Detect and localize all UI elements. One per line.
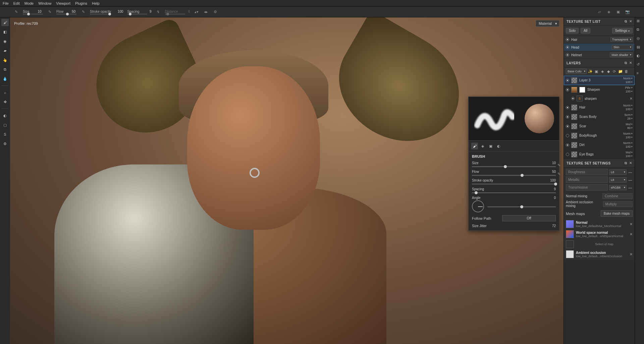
material-dropdown[interactable]: Material	[536, 20, 559, 27]
tool-iray[interactable]: ◐	[1, 112, 9, 119]
symmetry-x-icon[interactable]: ▴▾	[194, 9, 199, 15]
opt-spacing-value[interactable]: 9	[142, 10, 152, 13]
tool-zoom[interactable]: ⌕	[1, 89, 9, 96]
mesh-map-row[interactable]: Ambient occlusion low_low_default...mbie…	[566, 250, 633, 259]
menu-viewport[interactable]: Viewport	[56, 1, 70, 5]
add-mask-icon[interactable]: ▣	[594, 69, 599, 74]
layer-opacity[interactable]: 28	[627, 117, 631, 120]
layer-thumbnail[interactable]	[571, 87, 577, 93]
visibility-toggle[interactable]	[566, 53, 569, 57]
layer-row[interactable]: Layer 3 Norm▾ 100▾	[564, 76, 635, 85]
normal-mixing-value[interactable]: Combine	[602, 193, 633, 199]
visibility-toggle[interactable]	[566, 38, 569, 41]
layer-opacity[interactable]: 100	[626, 80, 631, 84]
texture-set-row[interactable]: Helmet Main shader	[564, 51, 635, 59]
brush-spacing-value[interactable]: 9	[554, 187, 556, 191]
layer-visibility-toggle[interactable]	[566, 88, 569, 91]
layer-row[interactable]: Dirt Norm▾ 100▾	[564, 140, 635, 150]
brush-tab-stencil-icon[interactable]: ▣	[487, 143, 494, 149]
brush-flow-value[interactable]: 50	[552, 170, 556, 174]
brush-angle-dial[interactable]	[472, 200, 484, 212]
layer-thumbnail[interactable]	[571, 133, 577, 139]
layer-name[interactable]: Eye Bags	[579, 152, 624, 156]
blend-mode[interactable]: Scrn	[624, 113, 631, 117]
blend-mode[interactable]: Mul	[626, 123, 631, 126]
brush-preset-icon[interactable]: ✎	[13, 9, 19, 15]
layer-visibility-toggle[interactable]	[566, 115, 569, 119]
blend-mode[interactable]: Pthr	[625, 86, 631, 89]
remove-effect-icon[interactable]: ✕	[630, 96, 633, 101]
channel-format-dropdown[interactable]: sRGB8	[609, 185, 627, 190]
symmetry-settings-icon[interactable]: ⚙	[213, 9, 218, 15]
opt-size-slider[interactable]	[23, 14, 43, 14]
undock-panel-icon[interactable]: ⧉	[637, 27, 643, 33]
mesh-map-row[interactable]: World space normal low_low_default...orl…	[566, 229, 633, 239]
shader-dropdown[interactable]: Main shader	[610, 53, 633, 57]
remove-channel-icon[interactable]: —	[628, 186, 633, 190]
layer-visibility-toggle[interactable]	[566, 134, 569, 137]
menu-file[interactable]: File	[3, 1, 9, 5]
layer-row[interactable]: Hair Norm▾ 100▾	[564, 103, 635, 112]
add-folder-icon[interactable]: 📁	[618, 69, 623, 74]
layer-visibility-toggle[interactable]	[566, 153, 569, 156]
layer-thumbnail[interactable]	[571, 77, 577, 83]
opt-size-value[interactable]: 10	[31, 10, 41, 13]
remove-channel-icon[interactable]: —	[628, 178, 633, 182]
brush-tab-brush-icon[interactable]: 🖌	[471, 143, 478, 149]
layer-thumbnail[interactable]	[571, 142, 577, 148]
panel-undock-icon[interactable]: ⧉	[625, 19, 627, 23]
layer-thumbnail[interactable]	[571, 105, 577, 111]
layer-name[interactable]: Hair	[579, 106, 621, 109]
panel-close-icon[interactable]: ✕	[629, 61, 632, 65]
panel-close-icon[interactable]: ✕	[629, 19, 632, 23]
tool-settings[interactable]: ⚙	[1, 140, 9, 147]
shader-settings-icon[interactable]: ◐	[637, 54, 643, 60]
layer-mask-thumbnail[interactable]	[579, 87, 585, 93]
layer-visibility-toggle[interactable]	[566, 106, 569, 109]
brush-size-value[interactable]: 10	[552, 161, 556, 165]
brush-tab-material-icon[interactable]: ◐	[495, 143, 502, 149]
channel-format-dropdown[interactable]: L8	[609, 169, 627, 175]
pen-pressure-flow-toggle-icon[interactable]: ✎	[557, 172, 560, 176]
brush-size-slider[interactable]	[472, 166, 556, 167]
pen-pressure-flow-icon[interactable]: ✎	[80, 9, 86, 15]
tool-clone[interactable]: ⧉	[1, 66, 9, 73]
ao-mixing-value[interactable]: Multiply	[603, 201, 633, 207]
channel-name[interactable]: Roughness	[566, 169, 608, 175]
menu-window[interactable]: Window	[38, 1, 51, 5]
panel-close-icon[interactable]: ✕	[629, 161, 632, 165]
brush-angle-slider[interactable]	[487, 206, 556, 207]
menu-plugins[interactable]: Plugins	[75, 1, 87, 5]
layer-opacity[interactable]: 100	[626, 90, 631, 93]
remove-channel-icon[interactable]: —	[628, 170, 633, 174]
tool-projection[interactable]: ◉	[1, 38, 9, 45]
texture-set-row[interactable]: Head Skin	[564, 44, 635, 51]
bake-mesh-maps-button[interactable]: Bake mesh maps	[601, 210, 633, 217]
brush-spacing-slider[interactable]	[472, 192, 556, 193]
display-settings-icon[interactable]: ▤	[637, 45, 643, 51]
symmetry-y-icon[interactable]: ◂▸	[203, 9, 209, 15]
menu-help[interactable]: Help	[92, 1, 100, 5]
layer-thumbnail[interactable]	[571, 123, 577, 129]
layer-opacity[interactable]: 100	[626, 108, 631, 111]
tool-eraser[interactable]: ◧	[1, 28, 9, 36]
brush-angle-value[interactable]: 0	[554, 196, 556, 200]
blend-mode[interactable]: Norm	[623, 141, 631, 145]
layer-visibility-toggle[interactable]	[571, 97, 575, 100]
layer-name[interactable]: Scar	[579, 124, 624, 128]
effect-icon[interactable]: S	[577, 95, 583, 101]
layer-name[interactable]: Sharpen	[587, 88, 623, 91]
layer-row[interactable]: BodyRough Norm▾ 100▾	[564, 131, 635, 140]
panel-undock-icon[interactable]: ⧉	[625, 161, 627, 165]
brush-tab-alpha-icon[interactable]: ◈	[479, 143, 486, 149]
blend-mode[interactable]: Mul	[626, 151, 631, 154]
log-icon[interactable]: ≡	[637, 71, 643, 77]
delete-layer-icon[interactable]: 🗑	[624, 69, 629, 74]
layer-name[interactable]: Dirt	[579, 143, 621, 147]
remove-map-icon[interactable]: ✕	[630, 252, 633, 257]
select-id-map-label[interactable]: Select id map	[576, 243, 633, 246]
layer-row[interactable]: S sharpen ✕	[564, 94, 635, 103]
blend-mode[interactable]: Norm	[623, 132, 631, 135]
tool-paint-brush[interactable]: 🖌	[1, 19, 9, 26]
layer-row[interactable]: Scars Body Scrn▾ 28▾	[564, 112, 635, 122]
